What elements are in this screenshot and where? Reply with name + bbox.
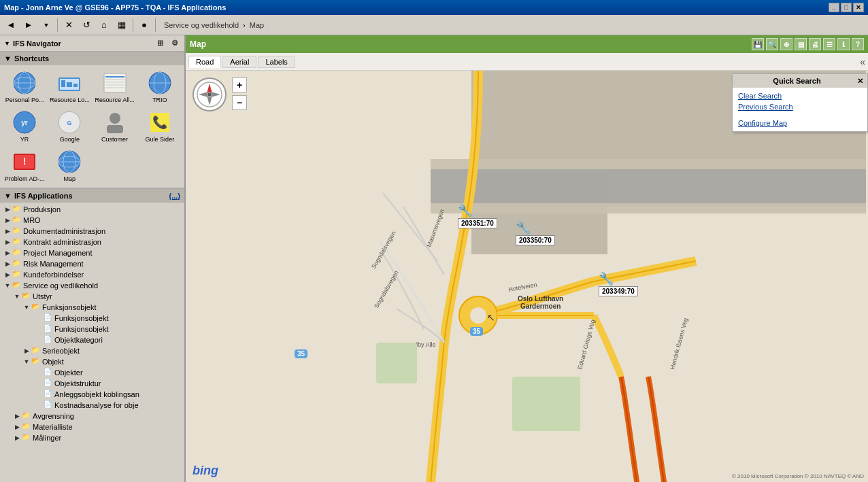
tab-labels[interactable]: Labels [258,56,295,68]
expand-icon: ▶ [12,413,22,419]
folder-icon: 📁 [12,259,22,269]
tree-item-malinger[interactable]: ▶ 📁 Målinger [0,432,184,443]
service-breadcrumb[interactable]: Service og vedlikehold [164,21,239,29]
tree-label: Objektstruktur [54,379,101,388]
map-container[interactable]: Sogndalsvegen Edvard Griegs Veg Hendrik … [186,71,868,482]
nav-settings-button[interactable]: ⚙ [169,38,180,49]
zoom-out-button[interactable]: − [232,95,247,110]
tree-item-mro[interactable]: ▶ 📁 MRO [0,215,184,226]
maximize-button[interactable]: □ [841,3,852,12]
map-breadcrumb[interactable]: Map [250,21,264,29]
clear-search-link[interactable]: Clear Search [733,90,867,101]
folder-icon: 📁 [22,411,31,421]
yr-icon: yr [12,110,37,135]
svg-rect-23 [107,125,123,133]
shortcut-resource-lo[interactable]: Resource Lo... [48,68,91,106]
dropdown-button[interactable]: ▼ [38,18,54,33]
tree-item-service[interactable]: ▼ 📂 Service og vedlikehold [0,280,184,291]
shortcut-personal-po[interactable]: Personal Po... [3,68,46,106]
tree-item-funksjonsobjekt-2[interactable]: 📄 Funksjonsobjekt [0,324,184,334]
map-print-button[interactable]: 🖨 [809,38,821,50]
wo-marker-1[interactable]: 🔧 203351:70 [458,203,473,218]
doc-icon: 📄 [44,368,53,377]
tree-label: Funksjonsobjekt [54,325,109,333]
svg-rect-6 [61,80,65,87]
map-info-button[interactable]: ℹ [837,38,850,50]
home-button[interactable]: ⌂ [96,18,112,33]
tree-item-produksjon[interactable]: ▶ 📁 Produksjon [0,204,184,215]
map-save-button[interactable]: 💾 [752,38,764,50]
svg-point-22 [110,113,120,124]
zoom-in-button[interactable]: + [232,78,247,92]
close-button[interactable]: ✕ [853,3,864,12]
grid-button[interactable]: ▦ [114,18,130,33]
shortcut-customer[interactable]: Customer [93,107,137,145]
wo-marker-3[interactable]: 🔧 203349:70 [599,271,614,286]
tree-item-dokumentadmin[interactable]: ▶ 📁 Dokumentadministrasjon [0,226,184,237]
shortcuts-section: ▼ Shortcuts Personal Po... Reso [0,52,184,189]
tree-item-project-mgmt[interactable]: ▶ 📁 Project Management [0,247,184,258]
tree-item-anlegg[interactable]: 📄 Anleggsobjekt koblingsan [0,389,184,400]
apps-expand-all[interactable]: (...) [169,192,181,200]
tree-item-kostnadsanalyse[interactable]: 📄 Kostnadsanalyse for obje [0,400,184,411]
wo-marker-2[interactable]: 🔧 203350:70 [516,220,531,235]
shortcut-trio[interactable]: TRIO [138,68,182,106]
svg-point-54 [207,92,212,97]
map-zoom-button[interactable]: ⊕ [780,38,792,50]
dot-button[interactable]: ● [136,18,152,33]
shortcut-resource-all[interactable]: Resource All... [93,68,137,106]
expand-icon: ▼ [22,358,31,365]
resource-all-label: Resource All... [95,97,135,103]
folder-icon: 📁 [12,248,22,258]
map-search-button[interactable]: 🔍 [766,38,778,50]
map-compass[interactable] [193,78,227,111]
map-help-button[interactable]: ? [852,38,864,50]
tree-item-objektkategori[interactable]: 📄 Objektkategori [0,334,184,345]
tab-aerial[interactable]: Aerial [222,56,256,68]
tree-label: Serieobjekt [42,347,80,355]
separator-2 [133,18,133,32]
tree-item-avgrensning[interactable]: ▶ 📁 Avgrensning [0,411,184,421]
tree-item-objekter[interactable]: 📄 Objekter [0,367,184,378]
tree-item-kundeforbindelser[interactable]: ▶ 📁 Kundeforbindelser [0,269,184,280]
svg-rect-14 [105,87,124,88]
back-button[interactable]: ◄ [3,18,19,33]
shortcuts-header[interactable]: ▼ Shortcuts [0,52,184,65]
expand-icon: ▶ [12,424,22,430]
tree-item-funksjonsobjekt-parent[interactable]: ▼ 📂 Funksjonsobjekt [0,302,184,313]
quick-search-close-button[interactable]: ✕ [857,77,863,86]
shortcut-gule-sider[interactable]: 📞 Gule Sider [138,107,182,145]
tree-item-serieobjekt[interactable]: ▶ 📁 Serieobjekt [0,345,184,356]
nav-new-button[interactable]: ⊞ [154,38,165,49]
app-container: ◄ ► ▼ ✕ ↺ ⌂ ▦ ● Service og vedlikehold ›… [0,15,868,482]
tree-item-utstyr[interactable]: ▼ 📂 Utstyr [0,291,184,302]
tree-item-objektstruktur[interactable]: 📄 Objektstruktur [0,378,184,389]
customer-label: Customer [101,136,128,143]
tree-item-risk-mgmt[interactable]: ▶ 📁 Risk Management [0,258,184,269]
ifs-applications-section: ▼ IFS Applications (...) ▶ 📁 Produksjon … [0,189,184,482]
tree-item-materialliste[interactable]: ▶ 📁 Materialliste [0,421,184,432]
tree-item-kontraktadmin[interactable]: ▶ 📁 Kontrakt administrasjon [0,237,184,247]
tree-item-funksjonsobjekt-1[interactable]: 📄 Funksjonsobjekt [0,313,184,324]
refresh-button[interactable]: ↺ [78,18,95,33]
tree-item-objekt[interactable]: ▼ 📂 Objekt [0,356,184,367]
configure-map-link[interactable]: Configure Map [733,118,867,128]
stop-button[interactable]: ✕ [61,18,77,33]
google-icon: G [57,110,82,135]
map-view-collapse-button[interactable]: « [860,56,865,67]
ifs-apps-header[interactable]: ▼ IFS Applications (...) [0,189,184,203]
shortcut-problem-ad[interactable]: ! Problem AD-... [3,147,46,185]
tree-label: Materialliste [33,423,73,431]
map-filter-button[interactable]: ▤ [795,38,807,50]
map-list-button[interactable]: ☰ [823,38,835,50]
previous-search-link[interactable]: Previous Search [733,101,867,112]
forward-button[interactable]: ► [20,18,37,33]
tab-road[interactable]: Road [188,56,221,68]
folder-icon: 📂 [31,357,41,366]
shortcut-yr[interactable]: yr YR [3,107,46,145]
minimize-button[interactable]: _ [829,3,839,12]
svg-text:G: G [67,120,72,126]
shortcut-map[interactable]: Map [48,147,91,185]
shortcut-google[interactable]: G Google [48,107,91,145]
doc-icon: 📄 [44,324,53,334]
